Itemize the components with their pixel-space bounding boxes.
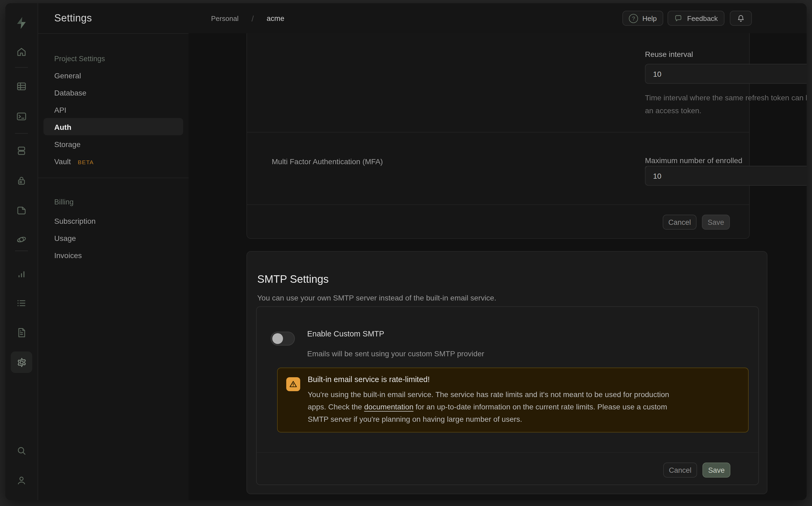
edge-functions-icon[interactable] <box>5 229 38 250</box>
top-header: Personal / acme ? Help Feedback <box>189 3 807 34</box>
sidebar-item-usage[interactable]: Usage <box>54 234 76 243</box>
sidebar-item-storage[interactable]: Storage <box>54 140 81 149</box>
sidebar-item-invoices[interactable]: Invoices <box>54 251 82 260</box>
icon-rail <box>5 3 38 500</box>
logs-icon[interactable] <box>5 292 38 314</box>
nav-section-project-settings: Project Settings <box>54 55 105 63</box>
nav-section-billing: Billing <box>54 198 74 206</box>
alert-body: You're using the built-in email service.… <box>308 389 737 425</box>
table-editor-icon[interactable] <box>5 76 38 97</box>
notifications-bell-button[interactable] <box>730 11 752 26</box>
breadcrumb-separator: / <box>251 14 254 23</box>
section-divider <box>247 132 749 133</box>
smtp-footer-divider <box>257 452 758 453</box>
api-docs-icon[interactable] <box>5 322 38 343</box>
rate-limit-warning-alert: Built-in email service is rate-limited! … <box>277 367 749 432</box>
search-icon[interactable] <box>5 440 38 461</box>
smtp-cancel-button[interactable]: Cancel <box>663 462 697 478</box>
project-settings-gear-icon[interactable] <box>5 351 38 373</box>
settings-sidebar: Settings Project Settings General Databa… <box>38 3 189 500</box>
mfa-max-factors-input[interactable]: 10 <box>645 166 807 186</box>
help-circle-icon: ? <box>629 14 638 23</box>
beta-badge: BETA <box>78 159 94 165</box>
database-icon[interactable] <box>5 140 38 162</box>
supabase-bolt-icon[interactable] <box>5 14 38 32</box>
screen: Settings Project Settings General Databa… <box>0 0 812 506</box>
smtp-subtitle: You can use your own SMTP server instead… <box>257 293 496 302</box>
breadcrumb-org[interactable]: Personal <box>211 14 239 22</box>
breadcrumb-project[interactable]: acme <box>267 14 284 22</box>
toggle-knob <box>272 333 283 344</box>
app-window: Settings Project Settings General Databa… <box>5 3 807 500</box>
rail-divider <box>15 251 28 251</box>
help-button[interactable]: ? Help <box>622 11 663 26</box>
rail-divider <box>15 67 28 68</box>
sql-editor-icon[interactable] <box>5 106 38 127</box>
rail-divider <box>15 133 28 134</box>
documentation-link[interactable]: documentation <box>364 403 414 411</box>
enable-custom-smtp-description: Emails will be sent using your custom SM… <box>307 349 484 358</box>
feedback-button[interactable]: Feedback <box>668 11 725 26</box>
enable-custom-smtp-label: Enable Custom SMTP <box>307 329 384 338</box>
warning-triangle-icon <box>286 377 300 391</box>
enable-custom-smtp-toggle[interactable] <box>271 332 295 346</box>
reports-icon[interactable] <box>5 263 38 285</box>
mfa-max-factors-value: 10 <box>653 171 661 180</box>
alert-title: Built-in email service is rate-limited! <box>308 375 430 384</box>
smtp-title: SMTP Settings <box>257 273 329 285</box>
sidebar-item-api[interactable]: API <box>54 106 66 114</box>
smtp-save-button[interactable]: Save <box>703 462 730 478</box>
smtp-card: Enable Custom SMTP Emails will be sent u… <box>256 307 759 485</box>
sidebar-item-auth[interactable]: Auth <box>54 123 71 132</box>
storage-icon[interactable] <box>5 199 38 221</box>
reuse-interval-label: Reuse interval <box>645 50 693 59</box>
authentication-lock-icon[interactable] <box>5 170 38 191</box>
page-title: Settings <box>54 12 92 24</box>
sidebar-item-subscription[interactable]: Subscription <box>54 217 95 225</box>
auth-cancel-button[interactable]: Cancel <box>663 215 696 230</box>
nav-divider <box>38 178 189 178</box>
settings-sidebar-header: Settings <box>38 3 189 34</box>
sidebar-item-vault[interactable]: VaultBETA <box>54 157 94 166</box>
footer-divider <box>247 204 749 205</box>
reuse-interval-help: Time interval where the same refresh tok… <box>645 91 807 117</box>
sidebar-item-database[interactable]: Database <box>54 89 86 97</box>
sidebar-item-general[interactable]: General <box>54 71 81 80</box>
home-icon[interactable] <box>5 41 38 63</box>
auth-save-button[interactable]: Save <box>702 215 730 230</box>
main-content: Reuse interval 10 seconds Time interval … <box>189 33 807 500</box>
reuse-interval-input[interactable]: 10 seconds <box>645 64 807 84</box>
feedback-bubble-icon <box>674 14 683 22</box>
mfa-section-label: Multi Factor Authentication (MFA) <box>272 157 383 166</box>
bell-icon <box>736 14 745 23</box>
user-icon[interactable] <box>5 470 38 491</box>
auth-settings-panel: Reuse interval 10 seconds Time interval … <box>246 33 750 239</box>
smtp-settings-panel: SMTP Settings You can use your own SMTP … <box>246 251 767 494</box>
breadcrumb: Personal / acme <box>211 3 284 33</box>
reuse-interval-value: 10 <box>653 70 661 78</box>
